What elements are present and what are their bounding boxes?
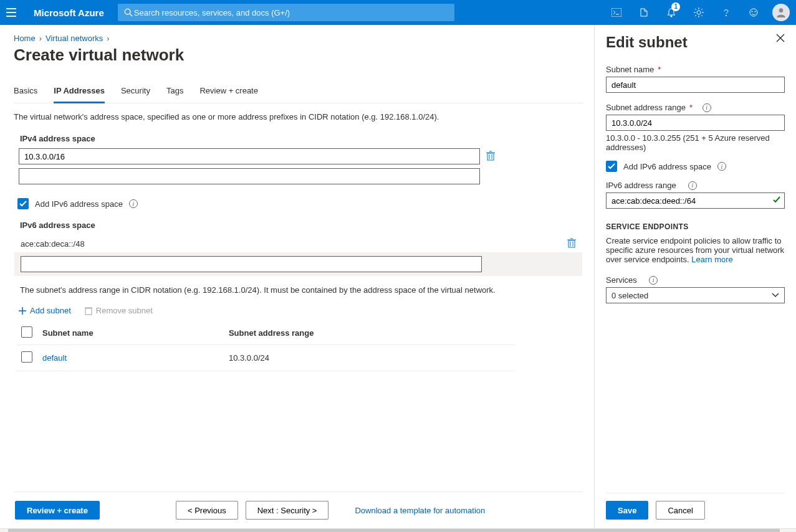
svg-line-15 <box>701 15 702 16</box>
panel-ipv6-label: IPv6 address range <box>606 181 676 190</box>
cancel-button[interactable]: Cancel <box>656 501 704 520</box>
wizard-footer: Review + create < Previous Next : Securi… <box>14 492 583 528</box>
tab-basics[interactable]: Basics <box>14 82 37 103</box>
learn-more-link[interactable]: Learn more <box>691 255 732 264</box>
subnet-col-name: Subnet name <box>37 321 224 345</box>
help-icon[interactable] <box>714 0 739 25</box>
panel-checkbox-ipv6[interactable] <box>606 161 617 172</box>
tab-security[interactable]: Security <box>121 82 150 103</box>
feedback-icon[interactable] <box>741 0 766 25</box>
subnet-name-label: Subnet name <box>606 65 654 74</box>
subnet-name-input[interactable] <box>606 77 785 93</box>
services-dropdown[interactable]: 0 selected <box>606 287 785 303</box>
cloud-shell-icon[interactable] <box>604 0 629 25</box>
svg-point-20 <box>752 11 753 12</box>
chevron-right-icon: › <box>39 34 42 43</box>
directories-icon[interactable] <box>631 0 656 25</box>
remove-subnet-button: Remove subnet <box>85 306 153 315</box>
svg-rect-1 <box>6 12 16 13</box>
svg-point-9 <box>697 11 701 14</box>
notifications-icon[interactable]: 1 <box>659 0 684 25</box>
subnets-table: Subnet name Subnet address range default… <box>16 321 515 371</box>
svg-rect-28 <box>568 240 575 247</box>
addr-space-description: The virtual network's address space, spe… <box>14 112 583 121</box>
subnet-select-all[interactable] <box>21 326 32 338</box>
delete-ipv4-row-0[interactable] <box>486 151 495 163</box>
trash-icon <box>85 306 92 315</box>
ipv4-label: IPv4 address space <box>20 134 583 143</box>
svg-rect-5 <box>611 8 621 17</box>
account-avatar[interactable] <box>772 4 790 21</box>
svg-point-8 <box>671 16 673 17</box>
subnet-hint: The subnet's address range in CIDR notat… <box>20 285 506 295</box>
check-icon <box>19 201 27 207</box>
svg-rect-23 <box>487 153 494 160</box>
breadcrumb-home[interactable]: Home <box>14 34 36 43</box>
subnet-name-link[interactable]: default <box>42 353 67 363</box>
svg-point-21 <box>755 11 756 12</box>
add-ipv6-label: Add IPv6 address space <box>35 199 123 209</box>
menu-icon <box>6 8 16 17</box>
info-icon[interactable] <box>649 276 658 285</box>
product-name[interactable]: Microsoft Azure <box>30 7 108 18</box>
previous-button[interactable]: < Previous <box>176 501 238 520</box>
subnet-col-range: Subnet address range <box>224 321 515 345</box>
wizard-tabs: Basics IP Addresses Security Tags Review… <box>14 82 583 103</box>
checkbox-add-ipv6[interactable] <box>17 198 29 209</box>
main-content: Home › Virtual networks › Create virtual… <box>0 25 594 528</box>
subnet-range-hint: 10.3.0.0 - 10.3.0.255 (251 + 5 Azure res… <box>606 133 785 152</box>
services-value: 0 selected <box>611 291 648 300</box>
svg-rect-2 <box>6 16 16 17</box>
svg-line-14 <box>695 9 696 10</box>
breadcrumb-vnets[interactable]: Virtual networks <box>46 34 103 43</box>
page-title: Create virtual network <box>14 45 583 65</box>
checkmark-icon <box>772 196 781 204</box>
subnet-row: default 10.3.0.0/24 <box>16 345 515 371</box>
info-icon[interactable] <box>717 162 726 171</box>
svg-point-22 <box>779 8 784 12</box>
panel-add-ipv6-label: Add IPv6 address space <box>623 162 711 171</box>
global-search[interactable] <box>118 4 454 21</box>
chevron-right-icon: › <box>107 34 109 43</box>
add-subnet-button[interactable]: Add subnet <box>19 306 71 315</box>
search-input[interactable] <box>133 7 448 18</box>
svg-point-19 <box>750 9 757 16</box>
trash-icon <box>486 151 495 161</box>
service-endpoints-heading: SERVICE ENDPOINTS <box>606 222 785 231</box>
settings-icon[interactable] <box>686 0 711 25</box>
subnet-row-checkbox[interactable] <box>21 351 32 363</box>
delete-ipv6-row-0[interactable] <box>567 238 576 250</box>
info-icon[interactable] <box>702 103 711 112</box>
notifications-badge: 1 <box>671 2 680 11</box>
svg-line-16 <box>695 15 696 16</box>
subnet-range-cell: 10.3.0.0/24 <box>224 345 515 371</box>
horizontal-scrollbar[interactable] <box>0 528 796 532</box>
panel-title: Edit subnet <box>606 34 688 51</box>
next-button[interactable]: Next : Security > <box>246 501 329 520</box>
add-subnet-label: Add subnet <box>30 306 71 315</box>
tab-ip-addresses[interactable]: IP Addresses <box>54 82 105 103</box>
close-panel-button[interactable] <box>776 34 785 44</box>
svg-line-17 <box>701 9 702 10</box>
ipv4-input-1[interactable] <box>19 168 480 184</box>
ipv4-input-0[interactable] <box>19 148 480 164</box>
tab-tags[interactable]: Tags <box>166 82 183 103</box>
tab-review[interactable]: Review + create <box>199 82 258 103</box>
panel-ipv6-input[interactable] <box>606 192 785 209</box>
info-icon[interactable] <box>129 199 138 208</box>
search-icon <box>124 8 133 17</box>
hamburger-menu[interactable] <box>0 0 22 25</box>
plus-icon <box>19 307 26 315</box>
info-icon[interactable] <box>688 181 697 190</box>
services-label: Services <box>606 275 637 285</box>
svg-rect-0 <box>6 8 16 9</box>
trash-icon <box>567 238 576 248</box>
remove-subnet-label: Remove subnet <box>96 306 153 315</box>
ipv6-input-new[interactable] <box>21 256 482 272</box>
svg-rect-35 <box>85 308 92 315</box>
chevron-down-icon <box>772 293 779 298</box>
subnet-range-input[interactable] <box>606 115 785 131</box>
review-create-button[interactable]: Review + create <box>15 501 100 520</box>
save-button[interactable]: Save <box>606 501 648 520</box>
download-template-link[interactable]: Download a template for automation <box>355 506 485 515</box>
